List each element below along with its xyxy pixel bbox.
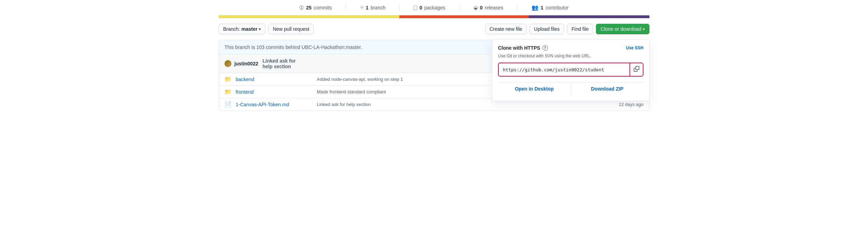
file-name[interactable]: backend: [236, 77, 313, 82]
folder-icon: 📁: [225, 88, 232, 95]
avatar: [225, 60, 232, 67]
info-banner-text: This branch is 103 commits behind UBC-LA…: [225, 44, 362, 50]
stat-contributors[interactable]: 👥 1 contributor: [518, 4, 583, 11]
stats-bar: ⦷ 25 commits ⑂ 1 branch ⎕ 0 packages ⬙ 0…: [219, 0, 649, 15]
stat-branches[interactable]: ⑂ 1 branch: [346, 5, 400, 11]
branches-count: 1: [366, 5, 369, 10]
clone-or-download-button[interactable]: Clone or download ▾: [596, 24, 649, 34]
contributors-icon: 👥: [532, 4, 539, 11]
clone-label: Clone or download: [600, 26, 641, 32]
lang-js: [219, 15, 399, 18]
create-new-file-button[interactable]: Create new file: [485, 24, 527, 34]
contributors-count: 1: [541, 5, 543, 10]
lang-css: [529, 15, 649, 18]
new-pull-request-button[interactable]: New pull request: [268, 24, 314, 34]
branch-name: master: [241, 26, 257, 32]
clone-actions: Open in Desktop Download ZIP: [498, 82, 643, 95]
chevron-down-icon: ▾: [259, 27, 261, 31]
clone-chevron-icon: ▾: [643, 27, 645, 31]
commits-count: 25: [306, 5, 312, 10]
upload-files-button[interactable]: Upload files: [529, 24, 564, 34]
language-bar: [219, 15, 649, 18]
releases-count: 0: [480, 5, 483, 10]
toolbar-right: Create new file Upload files Find file C…: [485, 24, 649, 34]
stat-releases[interactable]: ⬙ 0 releases: [460, 4, 518, 11]
branch-icon: ⑂: [360, 5, 364, 11]
copy-icon: [634, 66, 639, 72]
stat-packages[interactable]: ⎕ 0 packages: [400, 5, 460, 11]
copy-url-button[interactable]: [629, 63, 643, 76]
clone-url-input[interactable]: [499, 64, 629, 75]
help-icon[interactable]: ?: [542, 45, 548, 51]
toolbar: Branch: master ▾ New pull request Create…: [219, 18, 649, 40]
packages-label: packages: [424, 5, 445, 10]
branches-label: branch: [371, 5, 386, 10]
folder-icon: 📁: [225, 76, 232, 83]
releases-icon: ⬙: [474, 4, 478, 11]
lang-html: [399, 15, 529, 18]
branch-label: Branch:: [223, 26, 240, 32]
open-in-desktop-button[interactable]: Open in Desktop: [498, 82, 571, 95]
commits-icon: ⦷: [299, 5, 304, 11]
use-ssh-link[interactable]: Use SSH: [626, 45, 643, 50]
find-file-button[interactable]: Find file: [567, 24, 593, 34]
packages-icon: ⎕: [414, 5, 417, 11]
commits-label: commits: [314, 5, 332, 10]
file-commit-msg: Linked ask for help section: [317, 102, 597, 107]
download-zip-button[interactable]: Download ZIP: [571, 82, 644, 95]
file-name[interactable]: frontend: [236, 89, 313, 95]
toolbar-left: Branch: master ▾ New pull request: [219, 24, 314, 34]
clone-header: Clone with HTTPS ? Use SSH: [498, 45, 643, 51]
file-icon: 📄: [225, 101, 232, 108]
commit-message-header: Linked ask for help section: [262, 58, 301, 69]
clone-url-area: [498, 63, 643, 77]
packages-count: 0: [419, 5, 422, 10]
clone-subtitle: Use Git or checkout with SVN using the w…: [498, 54, 643, 58]
contributors-label: contributor: [546, 5, 569, 10]
avatar-image: [225, 60, 232, 67]
file-time: 12 days ago: [602, 102, 643, 107]
stat-commits[interactable]: ⦷ 25 commits: [285, 5, 346, 11]
file-name[interactable]: 1-Canvas-API-Token.md: [236, 102, 313, 107]
commit-username[interactable]: justin0022: [234, 61, 258, 66]
commit-author-area: justin0022 Linked ask for help section: [225, 58, 301, 69]
clone-title: Clone with HTTPS ?: [498, 45, 548, 51]
clone-title-text: Clone with HTTPS: [498, 45, 540, 51]
branch-selector[interactable]: Branch: master ▾: [219, 24, 265, 34]
clone-dropdown: Clone with HTTPS ? Use SSH Use Git or ch…: [492, 39, 649, 101]
releases-label: releases: [485, 5, 503, 10]
